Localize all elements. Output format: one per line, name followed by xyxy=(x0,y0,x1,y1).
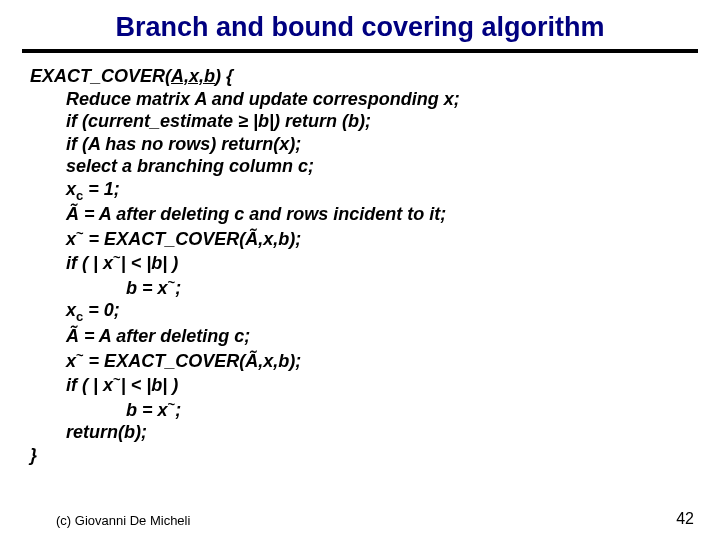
algorithm-body: EXACT_COVER(A,x,b) { Reduce matrix A and… xyxy=(0,65,720,466)
l14-sup: ~ xyxy=(168,397,176,412)
fn-name: EXACT_COVER( xyxy=(30,66,171,86)
footer-copyright: (c) Giovanni De Micheli xyxy=(56,513,190,528)
l7-pre: x xyxy=(66,229,76,249)
line-3: if (A has no rows) return(x); xyxy=(66,133,690,156)
l9-b: ; xyxy=(175,278,181,298)
l5-post: = 1; xyxy=(83,179,120,199)
l14-a: b = x xyxy=(126,400,168,420)
line-10: xc = 0; xyxy=(66,299,690,325)
l12-post: = EXACT_COVER(Ã,x,b); xyxy=(84,351,302,371)
arg-b: b xyxy=(204,66,215,86)
l14-b: ; xyxy=(175,400,181,420)
l7-post: = EXACT_COVER(Ã,x,b); xyxy=(84,229,302,249)
line-5: xc = 1; xyxy=(66,178,690,204)
l8-a: if ( | x xyxy=(66,253,113,273)
slide-number: 42 xyxy=(676,510,694,528)
l8-b: | < |b| ) xyxy=(121,253,179,273)
line-13: if ( | x~| < |b| ) xyxy=(66,372,690,397)
line-8: if ( | x~| < |b| ) xyxy=(66,250,690,275)
fn-close: ) { xyxy=(215,66,233,86)
title-rule xyxy=(22,49,698,53)
l8-sup: ~ xyxy=(113,250,121,265)
l12-pre: x xyxy=(66,351,76,371)
l5-pre: x xyxy=(66,179,76,199)
line-9: b = x~; xyxy=(126,275,690,300)
slide-title: Branch and bound covering algorithm xyxy=(0,0,720,49)
l13-b: | < |b| ) xyxy=(121,375,179,395)
line-7: x~ = EXACT_COVER(Ã,x,b); xyxy=(66,226,690,251)
arg-A: A, xyxy=(171,66,189,86)
line-1: Reduce matrix A and update corresponding… xyxy=(66,88,690,111)
l13-sup: ~ xyxy=(113,372,121,387)
line-12: x~ = EXACT_COVER(Ã,x,b); xyxy=(66,348,690,373)
l7-sup: ~ xyxy=(76,226,84,241)
line-16: } xyxy=(30,444,690,467)
line-6: Ã = A after deleting c and rows incident… xyxy=(66,203,690,226)
l9-sup: ~ xyxy=(168,275,176,290)
l13-a: if ( | x xyxy=(66,375,113,395)
line-14: b = x~; xyxy=(126,397,690,422)
l10-pre: x xyxy=(66,300,76,320)
line-11: Ã = A after deleting c; xyxy=(66,325,690,348)
line-15: return(b); xyxy=(66,421,690,444)
l9-a: b = x xyxy=(126,278,168,298)
l10-post: = 0; xyxy=(83,300,120,320)
line-4: select a branching column c; xyxy=(66,155,690,178)
fn-signature: EXACT_COVER(A,x,b) { xyxy=(30,65,690,88)
l12-sup: ~ xyxy=(76,348,84,363)
arg-x: x, xyxy=(189,66,204,86)
line-2: if (current_estimate ≥ |b|) return (b); xyxy=(66,110,690,133)
